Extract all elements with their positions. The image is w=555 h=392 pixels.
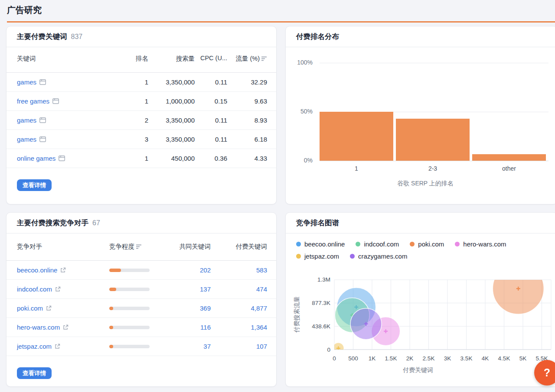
legend-label: poki.com xyxy=(418,240,444,248)
map-panel-title: 竞争排名图谱 xyxy=(286,213,555,233)
paid-keywords-link[interactable]: 1,364 xyxy=(251,324,267,331)
paid-keywords-link[interactable]: 583 xyxy=(256,266,267,274)
svg-text:1.5K: 1.5K xyxy=(385,355,397,362)
col-volume[interactable]: 搜索量 xyxy=(148,55,195,63)
external-link-icon[interactable] xyxy=(60,267,66,273)
col-competition-level[interactable]: 竞争程度 xyxy=(109,243,158,251)
view-details-button[interactable]: 查看详情 xyxy=(17,367,52,379)
serp-preview-icon[interactable] xyxy=(52,98,59,104)
y-tick-label: 100% xyxy=(286,59,313,66)
table-row: online games 1 450,000 0.36 4.33 xyxy=(7,149,276,168)
rank-value: 2 xyxy=(124,117,148,124)
paid-keywords-link[interactable]: 4,877 xyxy=(251,305,267,312)
competition-level-meter xyxy=(109,288,150,291)
competition-level-meter xyxy=(109,269,150,272)
common-keywords-link[interactable]: 369 xyxy=(200,305,211,312)
common-keywords-link[interactable]: 137 xyxy=(200,285,211,293)
common-keywords-link[interactable]: 116 xyxy=(200,324,211,331)
svg-text:0: 0 xyxy=(327,347,330,353)
legend-dot xyxy=(356,242,360,246)
legend-item-hero-wars.com[interactable]: hero-wars.com xyxy=(455,240,506,248)
legend-item-poki.com[interactable]: poki.com xyxy=(410,240,444,248)
serp-preview-icon[interactable] xyxy=(39,79,46,85)
legend-dot xyxy=(410,242,415,246)
svg-text:500: 500 xyxy=(348,355,358,362)
legend-dot xyxy=(296,254,301,259)
competitors-table-header: 竞争对手 竞争程度 共同关键词 付费关键词 xyxy=(7,233,276,261)
gridline xyxy=(320,63,548,63)
table-row: free games 1 1,000,000 0.15 9.63 xyxy=(7,92,276,111)
col-rank[interactable]: 排名 xyxy=(124,55,148,63)
volume-value: 450,000 xyxy=(148,155,195,162)
svg-text:付费搜索流量: 付费搜索流量 xyxy=(293,296,300,333)
legend-item-indcoof.com[interactable]: indcoof.com xyxy=(356,240,399,248)
legend-item-jetspaz.com[interactable]: jetspaz.com xyxy=(296,253,339,260)
external-link-icon[interactable] xyxy=(55,343,60,349)
paid-keywords-link[interactable]: 474 xyxy=(256,285,267,293)
keywords-table-header: 关键词 排名 搜索量 CPC (U... 流量 (%) xyxy=(7,47,276,73)
serp-preview-icon[interactable] xyxy=(39,136,46,142)
paid-keywords-link[interactable]: 107 xyxy=(256,343,267,350)
svg-text:0: 0 xyxy=(333,355,336,362)
legend-dot xyxy=(455,242,460,246)
col-traffic[interactable]: 流量 (%) xyxy=(227,55,267,63)
serp-preview-icon[interactable] xyxy=(39,117,46,123)
svg-text:2.5K: 2.5K xyxy=(423,355,435,362)
legend-label: indcoof.com xyxy=(364,240,399,248)
table-row: games 3 3,350,000 0.11 6.18 xyxy=(7,130,276,149)
col-paid-keywords[interactable]: 付费关键词 xyxy=(211,243,267,251)
keyword-link[interactable]: online games xyxy=(17,155,56,162)
bar-1[interactable] xyxy=(320,112,393,161)
keywords-count: 837 xyxy=(71,33,83,41)
legend-label: beecoo.online xyxy=(304,240,345,248)
keyword-link[interactable]: games xyxy=(17,136,36,143)
rank-value: 1 xyxy=(124,155,148,162)
paid-competitors-panel: 主要付费搜索竞争对手 67 竞争对手 竞争程度 共同关键词 付费关键词 beec… xyxy=(6,212,277,387)
svg-text:付费关键词: 付费关键词 xyxy=(403,366,433,373)
svg-text:3K: 3K xyxy=(444,355,451,362)
external-link-icon[interactable] xyxy=(55,286,61,292)
keyword-link[interactable]: games xyxy=(17,117,36,124)
competitor-link[interactable]: beecoo.online xyxy=(17,266,57,274)
view-details-button[interactable]: 查看详情 xyxy=(17,179,52,191)
bar-2-3[interactable] xyxy=(396,119,470,161)
svg-text:4K: 4K xyxy=(482,355,489,362)
table-row: games 2 3,350,000 0.11 8.93 xyxy=(7,111,276,130)
distribution-panel-title: 付费排名分布 xyxy=(286,26,555,47)
serp-preview-icon[interactable] xyxy=(59,156,65,161)
legend-dot xyxy=(296,242,301,246)
paid-position-distribution-panel: 付费排名分布 100%50%0%12-3other谷歌 SERP 上的排名 xyxy=(285,26,555,204)
external-link-icon[interactable] xyxy=(63,324,69,330)
page-header: 广告研究 xyxy=(7,0,555,23)
bubble-poki.com[interactable] xyxy=(493,273,544,314)
competitor-link[interactable]: jetspaz.com xyxy=(17,343,52,350)
competitor-link[interactable]: hero-wars.com xyxy=(17,324,60,331)
table-row: indcoof.com 137 474 xyxy=(7,280,276,299)
sort-descending-icon[interactable] xyxy=(136,244,142,249)
traffic-value: 4.33 xyxy=(227,155,267,162)
common-keywords-link[interactable]: 202 xyxy=(200,266,211,274)
cpc-value: 0.11 xyxy=(195,136,227,143)
bar-other[interactable] xyxy=(472,154,546,161)
col-cpc[interactable]: CPC (U... xyxy=(195,55,227,62)
keyword-link[interactable]: free games xyxy=(17,97,49,105)
svg-text:438.6K: 438.6K xyxy=(312,323,330,330)
col-competitor[interactable]: 竞争对手 xyxy=(17,243,109,251)
common-keywords-link[interactable]: 37 xyxy=(203,343,211,350)
col-keyword[interactable]: 关键词 xyxy=(17,55,124,63)
table-row: jetspaz.com 37 107 xyxy=(7,337,276,356)
panel-title-text: 付费排名分布 xyxy=(296,32,339,42)
keyword-link[interactable]: games xyxy=(17,78,36,86)
competitors-panel-title: 主要付费搜索竞争对手 67 xyxy=(7,213,276,233)
external-link-icon[interactable] xyxy=(46,305,52,311)
sort-descending-icon[interactable] xyxy=(261,56,267,61)
col-common-keywords[interactable]: 共同关键词 xyxy=(158,243,211,251)
paid-keywords-panel: 主要付费关键词 837 关键词 排名 搜索量 CPC (U... 流量 (%) … xyxy=(6,26,277,204)
competition-level-meter xyxy=(109,307,150,310)
svg-text:877.3K: 877.3K xyxy=(312,300,330,306)
legend-item-beecoo.online[interactable]: beecoo.online xyxy=(296,240,345,248)
legend-item-crazygames.com[interactable]: crazygames.com xyxy=(350,253,407,260)
competitor-link[interactable]: indcoof.com xyxy=(17,285,52,293)
competitor-link[interactable]: poki.com xyxy=(17,305,43,312)
position-distribution-bar-chart: 100%50%0%12-3other谷歌 SERP 上的排名 xyxy=(286,47,555,204)
